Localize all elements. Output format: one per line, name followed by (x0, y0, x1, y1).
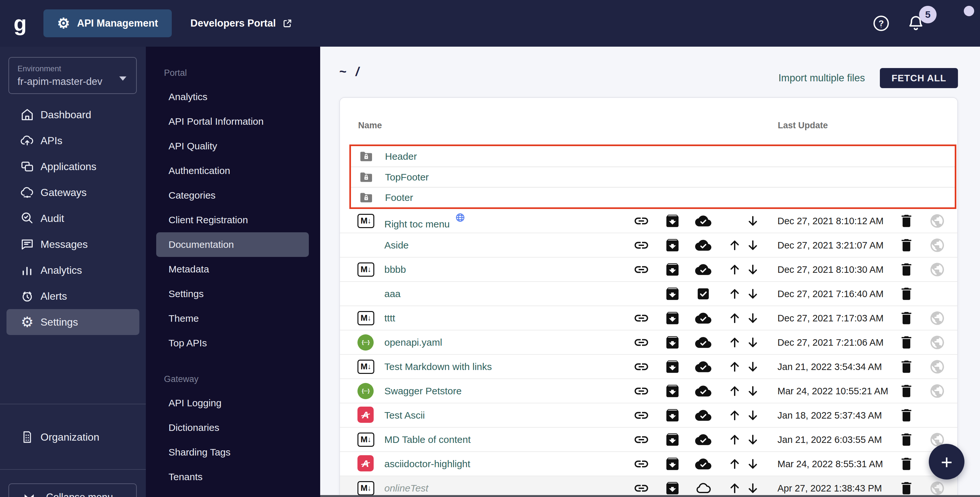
sidebar-item-alerts[interactable]: Alerts (0, 283, 146, 309)
subsidebar-item-metadata[interactable]: Metadata (146, 257, 320, 281)
subsidebar-item-categories[interactable]: Categories (146, 183, 320, 208)
publish-cloud-icon[interactable] (695, 383, 711, 399)
sidebar-item-settings[interactable]: ⚙ Settings (6, 309, 139, 335)
import-multiple-files-link[interactable]: Import multiple files (778, 72, 865, 84)
link-icon[interactable] (633, 237, 649, 253)
subsidebar-item-top-apis[interactable]: Top APIs (146, 331, 320, 356)
arrow-down-icon[interactable] (745, 262, 760, 277)
table-row-header[interactable]: Header (351, 146, 955, 167)
trash-icon[interactable] (898, 383, 915, 399)
globe-gray-icon[interactable] (929, 359, 945, 375)
globe-gray-icon[interactable] (929, 213, 945, 229)
link-icon[interactable] (633, 480, 649, 496)
save-archive-icon[interactable] (664, 480, 681, 496)
arrow-up-icon[interactable] (727, 456, 743, 472)
subsidebar-item-settings[interactable]: Settings (146, 281, 320, 306)
trash-icon[interactable] (898, 432, 915, 448)
link-icon[interactable] (633, 359, 649, 375)
row-name-link[interactable]: tttt (384, 313, 395, 323)
arrow-down-icon[interactable] (745, 408, 760, 423)
save-archive-icon[interactable] (664, 432, 681, 448)
sidebar-item-messages[interactable]: Messages (0, 231, 146, 257)
save-archive-icon[interactable] (664, 334, 681, 351)
breadcrumb-root[interactable]: ~ (339, 65, 347, 78)
save-archive-icon[interactable] (664, 456, 681, 472)
fetch-all-button[interactable]: FETCH ALL (880, 68, 958, 88)
globe-gray-icon[interactable] (929, 237, 945, 253)
developers-portal-link[interactable]: Developers Portal (191, 17, 294, 29)
row-name-link[interactable]: Test Markdown with links (384, 361, 492, 372)
row-name-link[interactable]: Test Ascii (384, 410, 425, 421)
publish-cloud-icon[interactable] (695, 407, 711, 424)
arrow-down-icon[interactable] (745, 238, 760, 253)
row-name-link[interactable]: Aside (384, 240, 409, 251)
collapse-menu-button[interactable]: Collapse menu (8, 483, 137, 497)
arrow-down-icon[interactable] (745, 286, 760, 302)
row-name-link[interactable]: Header (385, 151, 417, 162)
sidebar-item-dashboard[interactable]: Dashboard (0, 102, 146, 128)
arrow-down-icon[interactable] (745, 335, 760, 350)
save-archive-icon[interactable] (664, 262, 681, 278)
trash-icon[interactable] (898, 213, 915, 229)
globe-gray-icon[interactable] (929, 480, 945, 496)
arrow-up-icon[interactable] (727, 408, 743, 423)
link-icon[interactable] (633, 456, 649, 472)
sidebar-item-organization[interactable]: Organization (0, 416, 146, 458)
gravitee-logo[interactable]: g (14, 13, 27, 34)
publish-cloud-icon[interactable] (695, 359, 711, 375)
sidebar-item-applications[interactable]: Applications (0, 154, 146, 179)
notifications-bell[interactable]: 5 (906, 14, 926, 33)
column-header-last-update[interactable]: Last Update (778, 121, 828, 130)
sidebar-item-apis[interactable]: APIs (0, 128, 146, 154)
arrow-down-icon[interactable] (745, 310, 760, 326)
arrow-up-icon[interactable] (727, 481, 743, 496)
row-name-link[interactable]: openapi.yaml (384, 337, 442, 348)
link-icon[interactable] (633, 213, 649, 229)
sidebar-item-audit[interactable]: Audit (0, 205, 146, 231)
environment-select[interactable]: Environment fr-apim-master-dev (8, 57, 137, 94)
trash-icon[interactable] (898, 286, 915, 302)
row-name-link[interactable]: aaa (384, 288, 401, 299)
add-page-fab-button[interactable]: + (929, 444, 964, 480)
publish-cloud-icon[interactable] (695, 334, 711, 351)
row-name-link[interactable]: Footer (385, 192, 413, 203)
trash-icon[interactable] (898, 310, 915, 326)
trash-icon[interactable] (898, 456, 915, 472)
help-icon[interactable]: ? (872, 14, 891, 33)
arrow-down-icon[interactable] (745, 213, 760, 229)
link-icon[interactable] (633, 310, 649, 326)
publish-cloud-icon[interactable] (695, 262, 711, 278)
save-archive-icon[interactable] (664, 407, 681, 424)
trash-icon[interactable] (898, 262, 915, 278)
arrow-up-icon[interactable] (727, 359, 743, 375)
save-archive-icon[interactable] (664, 237, 681, 253)
row-name-link[interactable]: MD Table of content (384, 434, 471, 445)
subsidebar-item-theme[interactable]: Theme (146, 306, 320, 331)
trash-icon[interactable] (898, 237, 915, 253)
globe-gray-icon[interactable] (929, 334, 945, 351)
arrow-up-icon[interactable] (727, 238, 743, 253)
link-icon[interactable] (633, 432, 649, 448)
arrow-down-icon[interactable] (745, 359, 760, 375)
arrow-down-icon[interactable] (745, 481, 760, 496)
save-archive-icon[interactable] (664, 359, 681, 375)
checkbox-check-icon[interactable] (695, 286, 711, 302)
subsidebar-item-tenants[interactable]: Tenants (146, 465, 320, 489)
publish-cloud-icon[interactable] (695, 456, 711, 472)
link-icon[interactable] (633, 407, 649, 424)
arrow-up-icon[interactable] (727, 432, 743, 448)
row-name-link[interactable]: bbbb (384, 264, 406, 275)
save-archive-icon[interactable] (664, 383, 681, 399)
publish-cloud-icon[interactable] (695, 237, 711, 253)
arrow-up-icon[interactable] (727, 286, 743, 302)
publish-cloud-icon[interactable] (695, 213, 711, 229)
link-icon[interactable] (633, 334, 649, 351)
globe-gray-icon[interactable] (929, 383, 945, 399)
link-icon[interactable] (633, 262, 649, 278)
row-name-link[interactable]: onlineTest (384, 483, 428, 494)
trash-icon[interactable] (898, 480, 915, 496)
subsidebar-item-dictionaries[interactable]: Dictionaries (146, 415, 320, 440)
unpublish-cloud-icon[interactable] (695, 480, 711, 496)
arrow-down-icon[interactable] (745, 456, 760, 472)
subsidebar-item-authentication[interactable]: Authentication (146, 159, 320, 183)
